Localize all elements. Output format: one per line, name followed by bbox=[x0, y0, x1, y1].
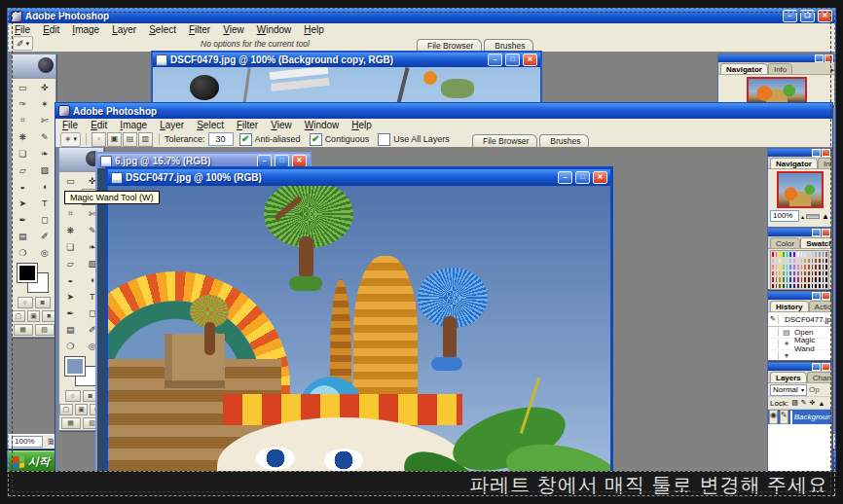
foreground-color-well[interactable] bbox=[18, 264, 37, 282]
menu-layer[interactable]: Layer bbox=[160, 120, 184, 130]
color-swatch[interactable] bbox=[825, 283, 828, 290]
history-close-icon[interactable] bbox=[822, 292, 830, 300]
nav2-palette-header[interactable] bbox=[768, 149, 831, 157]
nav2-proxy-thumbnail[interactable] bbox=[777, 171, 824, 208]
layers-palette-header[interactable] bbox=[768, 363, 831, 371]
fullscreen-menubar-button[interactable]: ▣ bbox=[27, 310, 41, 322]
lock-position-icon[interactable]: ✜ bbox=[810, 399, 816, 407]
lock-transparency-icon[interactable]: ▨ bbox=[791, 399, 798, 407]
app1-close-button[interactable]: ✕ bbox=[818, 10, 832, 22]
hand-tool[interactable]: ❍ bbox=[12, 244, 34, 261]
swatches-minimize-icon[interactable] bbox=[812, 229, 821, 236]
blur-tool[interactable]: ◒ bbox=[59, 271, 82, 288]
doc0477-maximize-button[interactable]: □ bbox=[575, 171, 590, 184]
notes-tool[interactable]: ▤ bbox=[59, 321, 82, 338]
fullscreen-button[interactable]: ■ bbox=[42, 310, 55, 322]
tab-color[interactable]: Color bbox=[770, 237, 800, 248]
crop-tool[interactable]: ⌗ bbox=[59, 205, 82, 222]
doc0479-minimize-button[interactable]: – bbox=[488, 54, 502, 66]
menu-edit[interactable]: Edit bbox=[43, 24, 59, 35]
healing-brush-tool[interactable]: ❋ bbox=[12, 128, 34, 145]
use-all-layers-option[interactable]: Use All Layers bbox=[378, 133, 450, 146]
dodge-tool[interactable]: ◖ bbox=[34, 178, 56, 195]
doc0479-titlebar[interactable]: DSCF0479.jpg @ 100% (Background copy, RG… bbox=[153, 53, 540, 67]
contiguous-option[interactable]: ✔ Contiguous bbox=[310, 133, 370, 146]
doc0479-close-button[interactable]: ✕ bbox=[523, 54, 537, 66]
intersect-selection-button[interactable]: ▥ bbox=[138, 132, 153, 147]
tab-navigator[interactable]: Navigator bbox=[770, 158, 818, 168]
pen-tool[interactable]: ✒ bbox=[12, 211, 34, 228]
quickmask-mode-button[interactable]: ◙ bbox=[35, 297, 51, 308]
add-to-selection-button[interactable]: ▣ bbox=[107, 132, 122, 147]
magic-wand-tool[interactable]: ✶ bbox=[34, 95, 56, 112]
standard-mode-button[interactable]: ○ bbox=[65, 390, 81, 402]
history-palette-header[interactable] bbox=[768, 292, 831, 300]
anti-aliased-option[interactable]: ✔ Anti-aliased bbox=[239, 133, 301, 146]
doc0477-minimize-button[interactable]: – bbox=[558, 171, 572, 184]
doc0477-close-button[interactable]: ✕ bbox=[593, 171, 607, 184]
app2-current-tool-chip[interactable]: ✶ ▾ bbox=[60, 132, 81, 147]
fullscreen-menubar-button[interactable]: ▣ bbox=[75, 404, 89, 415]
menu-select[interactable]: Select bbox=[149, 24, 176, 35]
foreground-color-well[interactable] bbox=[65, 357, 85, 376]
tab-history[interactable]: History bbox=[770, 301, 809, 311]
rect-marquee-tool[interactable]: ▭ bbox=[59, 172, 82, 189]
subtract-from-selection-button[interactable]: ▤ bbox=[123, 132, 137, 147]
move-tool[interactable]: ✜ bbox=[34, 79, 56, 95]
history-item-magic-wand[interactable]: ✶Magic Wand bbox=[768, 339, 831, 350]
menu-help[interactable]: Help bbox=[304, 24, 324, 35]
eraser-tool[interactable]: ▱ bbox=[59, 255, 82, 271]
contiguous-checkbox[interactable]: ✔ bbox=[310, 133, 322, 146]
zoom-tool[interactable]: ◎ bbox=[34, 244, 56, 261]
app1-zoom-field[interactable]: 100% bbox=[12, 436, 43, 448]
menu-view[interactable]: View bbox=[223, 24, 244, 35]
doc0477-titlebar[interactable]: DSCF0477.jpg @ 100% (RGB) – □ ✕ bbox=[108, 169, 610, 186]
palette-menu-arrow-icon[interactable]: ▸ bbox=[830, 66, 834, 74]
nav2-zoom-field[interactable]: 100% bbox=[770, 210, 799, 222]
use-all-layers-checkbox[interactable] bbox=[378, 133, 390, 146]
swatches-palette-header[interactable] bbox=[768, 229, 831, 236]
pen-tool[interactable]: ✒ bbox=[59, 305, 82, 321]
app1-minimize-button[interactable]: – bbox=[783, 10, 797, 22]
doc0477-canvas[interactable] bbox=[108, 186, 610, 501]
tab-actions[interactable]: Actions bbox=[809, 301, 831, 311]
eraser-tool[interactable]: ▱ bbox=[12, 162, 34, 178]
zoom-in-icon[interactable]: ▲ bbox=[822, 212, 829, 221]
history-source-box[interactable] bbox=[770, 340, 779, 348]
app1-current-tool-chip[interactable]: ✐ ▾ bbox=[13, 36, 33, 51]
tab-swatches[interactable]: Swatches bbox=[800, 237, 831, 248]
slice-tool[interactable]: ✄ bbox=[34, 112, 56, 128]
clone-stamp-tool[interactable]: ❏ bbox=[12, 145, 34, 162]
tab-layers[interactable]: Layers bbox=[770, 372, 807, 382]
lock-image-icon[interactable]: ✎ bbox=[801, 399, 807, 407]
lock-all-icon[interactable]: ▲ bbox=[819, 400, 825, 407]
hand-tool[interactable]: ❍ bbox=[59, 338, 82, 354]
jump-to-imageready-button[interactable]: ▦ bbox=[61, 417, 81, 429]
zoom-out-icon[interactable]: ▴ bbox=[801, 213, 804, 220]
notes-tool[interactable]: ▤ bbox=[12, 228, 34, 244]
menu-select[interactable]: Select bbox=[197, 120, 224, 130]
tab-info[interactable]: Info bbox=[768, 63, 792, 74]
menu-filter[interactable]: Filter bbox=[189, 24, 210, 35]
shape-tool[interactable]: ◻ bbox=[34, 211, 56, 228]
menu-image[interactable]: Image bbox=[120, 120, 147, 130]
zoom-slider[interactable] bbox=[806, 214, 820, 219]
jump-to-imageready-alt-button[interactable]: ▧ bbox=[35, 324, 55, 336]
history-snapshot-row[interactable]: ✎ DSCF0477.jpg bbox=[768, 312, 831, 327]
layers-close-icon[interactable] bbox=[822, 363, 830, 371]
nav1-palette-header[interactable] bbox=[718, 54, 834, 62]
nav1-close-icon[interactable] bbox=[825, 54, 833, 62]
toolbox1-banner[interactable] bbox=[12, 54, 55, 79]
rect-marquee-tool[interactable]: ▭ bbox=[12, 79, 34, 95]
layer-row-background[interactable]: ◉ ✎ Background bbox=[768, 410, 831, 424]
menu-edit[interactable]: Edit bbox=[91, 120, 107, 130]
standard-screen-button[interactable]: ▢ bbox=[12, 310, 25, 322]
menu-window[interactable]: Window bbox=[305, 120, 340, 130]
menu-filter[interactable]: Filter bbox=[237, 120, 258, 130]
layers-minimize-icon[interactable] bbox=[812, 363, 821, 371]
blur-tool[interactable]: ◒ bbox=[12, 178, 34, 195]
standard-mode-button[interactable]: ○ bbox=[18, 297, 33, 308]
type-tool[interactable]: T bbox=[34, 195, 56, 211]
history-minimize-icon[interactable] bbox=[812, 292, 821, 300]
tab-channels[interactable]: Channels bbox=[807, 372, 831, 382]
